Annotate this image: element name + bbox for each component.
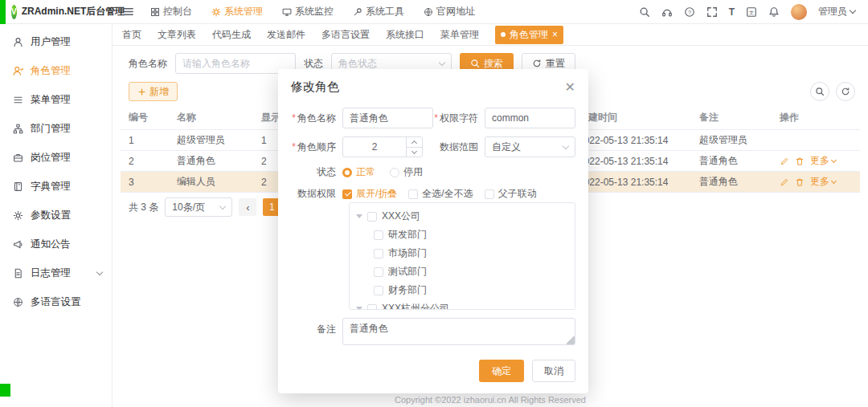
sidebar: 用户管理 角色管理 菜单管理 部门管理 岗位管理 字典管理 参数设置 通知公告 … [0, 24, 113, 407]
sidebar-item-i18n[interactable]: 多语言设置 [0, 287, 112, 316]
department-tree: XXX公司 研发部门 市场部门 测试部门 财务部门 XXX杭州分公司 [349, 202, 575, 310]
role-order-stepper[interactable]: 2 [342, 136, 423, 157]
tree-node-dept[interactable]: 财务部门 [356, 281, 568, 299]
checkbox-checked-icon [342, 189, 352, 199]
tree-node-branch-company[interactable]: XXX杭州分公司 [356, 299, 568, 310]
delete-icon[interactable] [795, 157, 805, 166]
cancel-button[interactable]: 取消 [532, 360, 575, 382]
role-name-field[interactable] [342, 108, 433, 128]
checkbox-icon[interactable] [367, 212, 377, 222]
tab-send-email[interactable]: 发送邮件 [267, 28, 305, 42]
radio-selected-icon [342, 168, 352, 177]
search-icon[interactable] [639, 6, 650, 18]
sidebar-item-departments[interactable]: 部门管理 [0, 114, 112, 143]
col-created-time: 创建时间 [571, 111, 691, 124]
permission-char-label: 权限字符 [433, 112, 485, 125]
tab-code-generation[interactable]: 代码生成 [212, 28, 251, 42]
sidebar-item-positions[interactable]: 岗位管理 [0, 143, 112, 172]
sidebar-item-logs[interactable]: 日志管理 [0, 258, 112, 287]
sidebar-item-menus[interactable]: 菜单管理 [0, 85, 112, 114]
sidebar-item-dictionaries[interactable]: 字典管理 [0, 172, 112, 201]
data-permission-label: 数据权限 [291, 187, 342, 201]
status-label: 状态 [291, 165, 342, 179]
table-action-icons [810, 82, 855, 101]
permission-char-field[interactable] [485, 108, 575, 128]
tree-node-dept[interactable]: 市场部门 [356, 244, 568, 263]
sidebar-item-roles[interactable]: 角色管理 [0, 56, 112, 85]
close-icon[interactable]: ✕ [565, 81, 575, 94]
sidebar-item-notices[interactable]: 通知公告 [0, 230, 112, 258]
tab-system-api[interactable]: 系统接口 [386, 28, 424, 42]
notification-bell-icon[interactable] [768, 6, 780, 18]
edit-icon[interactable] [780, 157, 789, 166]
data-scope-label: 数据范围 [433, 140, 485, 154]
chevron-down-icon [831, 177, 837, 183]
delete-icon[interactable] [795, 177, 805, 187]
tree-expand-icon[interactable] [356, 307, 362, 310]
col-no: 编号 [121, 111, 169, 124]
data-scope-select[interactable]: 自定义 [485, 136, 575, 157]
nav-system-tools[interactable]: 系统工具 [353, 5, 404, 18]
confirm-button[interactable]: 确定 [479, 360, 524, 382]
app-logo[interactable]: V ZRAdmin.NET后台管理 [0, 5, 113, 19]
checkbox-icon[interactable] [374, 267, 383, 277]
nav-console[interactable]: 控制台 [150, 5, 192, 18]
page-size-select[interactable]: 10条/页 [165, 197, 232, 217]
user-menu[interactable]: 管理员 [818, 5, 855, 18]
select-all-checkbox[interactable]: 全选/全不选 [408, 187, 473, 201]
more-actions-dropdown[interactable]: 更多 [810, 175, 836, 189]
nav-system-management[interactable]: 系统管理 [211, 5, 263, 18]
fullscreen-icon[interactable] [706, 6, 718, 18]
capture-artifact-bottom [0, 384, 10, 397]
radio-unselected-icon [390, 168, 399, 177]
tab-menu-management[interactable]: 菜单管理 [440, 28, 479, 42]
tree-node-company[interactable]: XXX公司 [356, 207, 568, 226]
checkbox-icon[interactable] [374, 249, 383, 258]
status-radio-disabled[interactable]: 停用 [390, 165, 423, 179]
nav-system-monitor[interactable]: 系统监控 [282, 5, 334, 18]
tab-article-list[interactable]: 文章列表 [158, 28, 196, 42]
org-tree-icon [13, 124, 23, 134]
checkbox-icon[interactable] [374, 286, 383, 295]
add-role-button[interactable]: 新增 [129, 82, 178, 101]
tab-role-management[interactable]: 角色管理 × [495, 26, 563, 44]
checkbox-icon[interactable] [374, 230, 383, 240]
nav-official-site[interactable]: 官网地址 [424, 5, 475, 18]
font-size-icon[interactable]: T [729, 6, 735, 18]
tab-home[interactable]: 首页 [122, 28, 141, 42]
stepper-up-button[interactable] [407, 137, 422, 147]
translate-icon[interactable]: 文 [746, 6, 757, 18]
status-radio-normal[interactable]: 正常 [342, 165, 375, 179]
sidebar-item-users[interactable]: 用户管理 [0, 27, 112, 56]
edit-icon[interactable] [780, 177, 789, 187]
header-actions: ? T 文 管理员 [639, 4, 868, 20]
chevron-down-icon [850, 7, 856, 14]
stepper-down-button[interactable] [407, 147, 422, 157]
headset-icon[interactable] [661, 6, 673, 18]
checkbox-icon[interactable] [367, 304, 377, 311]
more-actions-dropdown[interactable]: 更多 [810, 154, 836, 168]
show-search-toggle-button[interactable] [810, 82, 829, 101]
prev-page-button[interactable]: ‹ [239, 198, 256, 216]
tab-i18n-settings[interactable]: 多语言设置 [321, 28, 370, 42]
search-icon [815, 87, 825, 96]
sidebar-item-parameters[interactable]: 参数设置 [0, 201, 112, 230]
logo-icon: V [11, 5, 17, 19]
parent-child-link-checkbox[interactable]: 父子联动 [485, 187, 537, 201]
tree-node-dept[interactable]: 研发部门 [356, 226, 568, 244]
row-operations: 更多 [772, 154, 860, 168]
hamburger-menu-icon[interactable] [122, 6, 134, 18]
language-icon [13, 297, 23, 307]
gear-icon [211, 7, 221, 17]
refresh-table-button[interactable] [836, 82, 855, 101]
role-name-label: 角色名称 [291, 112, 342, 125]
help-icon[interactable]: ? [684, 6, 695, 18]
refresh-icon [841, 87, 850, 96]
tree-node-dept[interactable]: 测试部门 [356, 263, 568, 281]
remark-textarea[interactable]: 普通角色 [342, 318, 575, 345]
user-avatar[interactable] [791, 4, 807, 20]
tree-expand-icon[interactable] [356, 214, 362, 218]
expand-collapse-checkbox[interactable]: 展开/折叠 [342, 187, 397, 201]
close-tab-icon[interactable]: × [552, 30, 558, 39]
pagination-total: 共 3 条 [129, 201, 158, 214]
